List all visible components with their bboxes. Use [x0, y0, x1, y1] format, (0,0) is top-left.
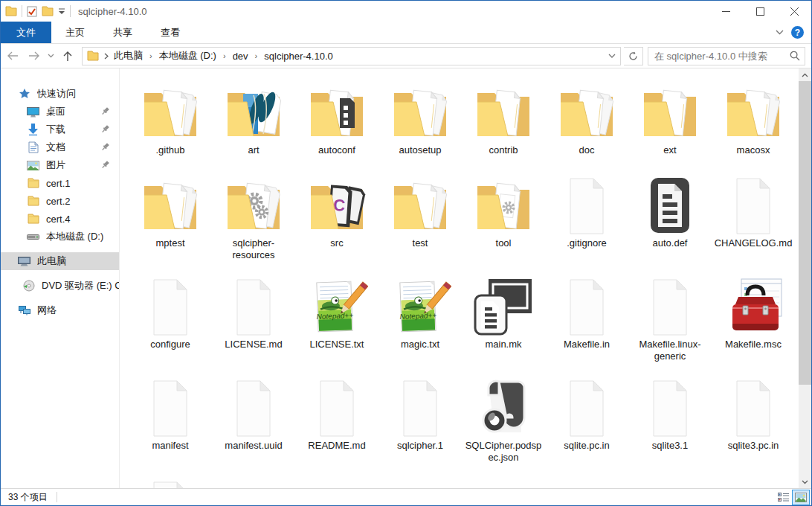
- file-name: CHANGELOG.md: [715, 237, 793, 249]
- file-item[interactable]: test: [378, 173, 462, 275]
- file-item[interactable]: art: [212, 80, 295, 173]
- breadcrumb-item[interactable]: 本地磁盘 (D:): [156, 49, 219, 63]
- file-item[interactable]: sqlcipher-resources: [212, 173, 295, 275]
- sidebar-item[interactable]: cert.2: [1, 192, 119, 210]
- breadcrumb-item[interactable]: dev: [230, 51, 251, 62]
- page-icon: [639, 376, 701, 438]
- breadcrumb-item[interactable]: sqlcipher-4.10.0: [261, 51, 336, 62]
- tab-home[interactable]: 主页: [51, 22, 99, 43]
- sidebar-item-label: cert.1: [46, 178, 71, 189]
- status-bar: 33 个项目: [1, 488, 811, 505]
- file-item[interactable]: sqlcipher.1: [378, 376, 462, 477]
- collapse-ribbon-chevron-icon[interactable]: [776, 30, 784, 35]
- sidebar-item[interactable]: 快速访问: [1, 85, 119, 103]
- file-item[interactable]: LICENSE.md: [212, 275, 295, 376]
- file-item[interactable]: manifest.uuid: [212, 376, 295, 477]
- file-item[interactable]: Makefile.linux-generic: [628, 275, 712, 376]
- sidebar-item[interactable]: cert.4: [1, 210, 119, 228]
- file-grid: .github art autoconf autosetup contrib d…: [129, 80, 799, 488]
- sidebar-item[interactable]: 网络: [1, 301, 119, 319]
- file-item[interactable]: [129, 477, 212, 488]
- customize-qat-chevron-icon[interactable]: [58, 8, 65, 15]
- file-item[interactable]: ext: [628, 80, 712, 173]
- sidebar-item[interactable]: cert.1: [1, 174, 119, 192]
- refresh-button[interactable]: [624, 47, 643, 65]
- file-item[interactable]: SQLCipher.podspec.json: [462, 376, 545, 477]
- file-name: sqlcipher-resources: [213, 237, 294, 261]
- pin-icon: [100, 160, 110, 170]
- file-item[interactable]: main.mk: [462, 275, 545, 376]
- file-item[interactable]: contrib: [462, 80, 545, 173]
- file-item[interactable]: CHANGELOG.md: [712, 173, 795, 275]
- sidebar-item[interactable]: 本地磁盘 (D:): [1, 228, 119, 246]
- tab-share[interactable]: 共享: [99, 22, 146, 43]
- address-bar[interactable]: 此电脑›本地磁盘 (D:)›dev›sqlcipher-4.10.0: [82, 47, 621, 65]
- sidebar-item[interactable]: 桌面: [1, 103, 119, 121]
- sidebar-item[interactable]: 下载: [1, 121, 119, 138]
- breadcrumb-item[interactable]: 此电脑: [111, 49, 146, 63]
- page-icon: [722, 376, 784, 438]
- folder-icon: [27, 213, 39, 225]
- sidebar-item[interactable]: 此电脑: [1, 252, 119, 270]
- file-item[interactable]: C src: [295, 173, 378, 275]
- file-item[interactable]: README.md: [295, 376, 378, 477]
- file-item[interactable]: doc: [545, 80, 628, 173]
- toolbox-icon: [722, 275, 784, 337]
- file-item[interactable]: .gitignore: [545, 173, 628, 275]
- file-name: sqlite3.1: [652, 440, 688, 452]
- pin-icon: [100, 124, 110, 134]
- file-item[interactable]: Notepad++ magic.txt: [378, 275, 462, 376]
- file-item[interactable]: autosetup: [378, 80, 462, 173]
- vertical-scrollbar[interactable]: [799, 68, 811, 488]
- file-item[interactable]: configure: [129, 275, 212, 376]
- scrollbar-thumb[interactable]: [799, 81, 811, 385]
- file-item[interactable]: Notepad++ LICENSE.txt: [295, 275, 378, 376]
- sidebar-item-label: 文档: [46, 141, 65, 154]
- sidebar-item[interactable]: 图片: [1, 156, 119, 174]
- address-folder-icon: [87, 51, 99, 61]
- pin-icon: [100, 106, 110, 116]
- file-item[interactable]: tool: [462, 173, 545, 275]
- file-item[interactable]: manifest: [129, 376, 212, 477]
- up-button[interactable]: [57, 46, 77, 65]
- file-item[interactable]: sqlite3.1: [628, 376, 712, 477]
- sidebar-item-label: cert.4: [46, 214, 71, 225]
- close-button[interactable]: [777, 1, 811, 22]
- file-name: sqlite3.pc.in: [728, 440, 779, 452]
- address-dropdown-chevron-icon[interactable]: [604, 54, 620, 58]
- file-item[interactable]: Makefile.msc: [712, 275, 795, 376]
- tab-view[interactable]: 查看: [146, 22, 194, 43]
- drive-icon: [27, 231, 39, 243]
- file-item[interactable]: sqlite3.pc.in: [712, 376, 795, 477]
- file-item[interactable]: .github: [129, 80, 212, 173]
- thumbnail-view-button[interactable]: [792, 490, 810, 505]
- details-view-button[interactable]: [774, 490, 792, 505]
- file-item[interactable]: auto.def: [628, 173, 712, 275]
- file-item[interactable]: autoconf: [295, 80, 378, 173]
- sidebar-item[interactable]: 文档: [1, 138, 119, 156]
- file-item[interactable]: macosx: [712, 80, 795, 173]
- sidebar-item-label: 图片: [46, 158, 65, 172]
- help-icon[interactable]: ?: [791, 26, 804, 39]
- maximize-button[interactable]: [743, 1, 777, 22]
- file-item[interactable]: Makefile.in: [545, 275, 628, 376]
- back-button[interactable]: [2, 46, 22, 65]
- file-item[interactable]: sqlite.pc.in: [545, 376, 628, 477]
- scroll-down-arrow-icon[interactable]: [799, 475, 811, 488]
- minimize-button[interactable]: [709, 1, 743, 22]
- new-folder-quick-icon[interactable]: [42, 6, 54, 16]
- forward-button[interactable]: [24, 46, 44, 65]
- window-title: sqlcipher-4.10.0: [78, 6, 147, 17]
- page-icon: [389, 376, 451, 438]
- file-name: SQLCipher.podspec.json: [463, 440, 544, 464]
- tab-file[interactable]: 文件: [1, 22, 51, 43]
- recent-locations-chevron-icon[interactable]: [45, 46, 56, 65]
- sidebar-item[interactable]: DVD 驱动器 (E:) CES: [1, 277, 119, 295]
- search-icon[interactable]: [790, 51, 800, 61]
- search-box[interactable]: [648, 47, 805, 65]
- quick-access-toolbar: sqlcipher-4.10.0: [1, 5, 147, 17]
- properties-quick-icon[interactable]: [27, 6, 37, 17]
- file-item[interactable]: mptest: [129, 173, 212, 275]
- scroll-up-arrow-icon[interactable]: [799, 68, 811, 81]
- search-input[interactable]: [654, 51, 790, 62]
